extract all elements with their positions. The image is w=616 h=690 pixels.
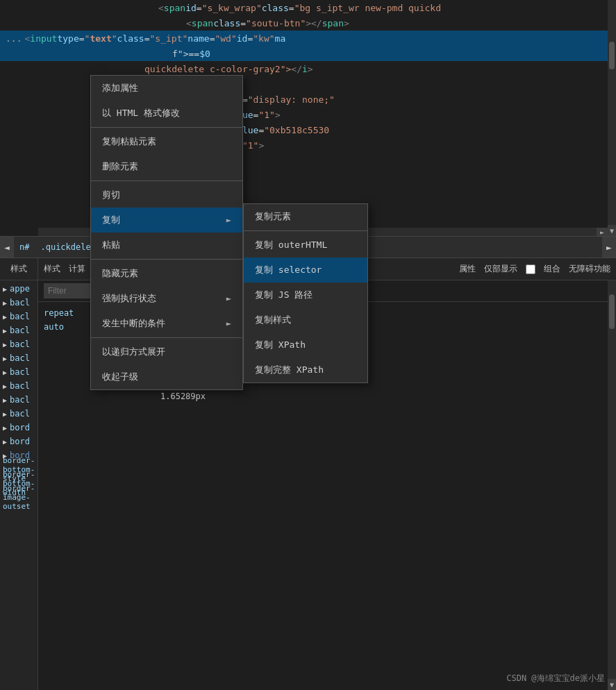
css-prop-border-image-outset[interactable]: border-image-outset <box>0 490 38 504</box>
sub-menu-item-copy-full-xpath[interactable]: 复制完整 XPath <box>244 357 367 382</box>
sub-menu-item-copy-selector-label: 复制 selector <box>255 264 322 276</box>
sub-menu-item-copy-js-path-label: 复制 JS 路径 <box>255 289 313 301</box>
group-checkbox-label: 组合 <box>544 263 560 275</box>
menu-item-cut[interactable]: 剪切 <box>91 183 242 208</box>
separator-2 <box>91 180 242 181</box>
css-prop-bacl-8[interactable]: ▶bacl <box>0 393 38 407</box>
menu-item-paste-label: 粘贴 <box>102 239 120 251</box>
css-prop-bacl-9[interactable]: ▶bacl <box>0 407 38 421</box>
sub-menu-item-copy-outerhtml-label: 复制 outerHTML <box>255 239 327 251</box>
breadcrumb-item-1[interactable]: n# <box>14 236 35 258</box>
separator-3 <box>91 259 242 260</box>
vertical-scrollbar[interactable]: ▼ <box>608 0 616 236</box>
sub-menu-item-copy-selector[interactable]: 复制 selector <box>244 258 367 283</box>
menu-item-edit-html[interactable]: 以 HTML 格式修改 <box>91 101 242 126</box>
breadcrumb-right-arrow[interactable]: ► <box>602 236 616 258</box>
css-val-bb-width: 1.65289px <box>44 389 610 403</box>
menu-item-delete[interactable]: 删除元素 <box>91 154 242 179</box>
menu-item-delete-label: 删除元素 <box>102 160 138 173</box>
break-condition-arrow: ► <box>226 319 231 328</box>
tab-properties[interactable]: 属性 <box>459 263 476 275</box>
sidebar-tab-label: 样式 <box>10 263 27 275</box>
menu-item-add-attr-label: 添加属性 <box>102 82 138 94</box>
sidebar-styles-tab[interactable]: 样式 <box>0 258 38 280</box>
tab-toggle-visibility[interactable]: 仅部显示 <box>484 263 517 275</box>
code-line-5: quickdelete c-color-gray2"> </i> <box>0 61 616 76</box>
tab-accessibility[interactable]: 无障碍功能 <box>569 263 610 275</box>
menu-item-hide-label: 隐藏元素 <box>102 267 138 280</box>
menu-item-collapse-children[interactable]: 收起子级 <box>91 364 242 389</box>
menu-item-add-attr[interactable]: 添加属性 <box>91 76 242 101</box>
sub-menu-item-copy-js-path[interactable]: 复制 JS 路径 <box>244 283 367 308</box>
menu-item-paste[interactable]: 粘贴 <box>91 233 242 258</box>
sub-menu-item-copy-xpath[interactable]: 复制 XPath <box>244 333 367 357</box>
breadcrumb-left-arrow[interactable]: ◄ <box>0 236 14 258</box>
sub-menu-item-copy-element[interactable]: 复制元素 <box>244 204 367 229</box>
tab-computed[interactable]: 计算 <box>69 263 85 275</box>
scroll-thumb[interactable] <box>609 42 615 69</box>
menu-item-collapse-children-label: 收起子级 <box>102 371 138 383</box>
watermark-text: CSDN @海绵宝宝de派小星 <box>506 673 605 683</box>
code-line-2: <span class="soutu-btn"></span> <box>0 15 616 31</box>
right-scrollbar[interactable]: ▼ <box>608 280 616 690</box>
context-menu-overlay: 添加属性 以 HTML 格式修改 复制粘贴元素 删除元素 剪切 复制 ► 粘贴 … <box>90 75 243 390</box>
force-state-arrow: ► <box>226 294 231 303</box>
css-prop-bacl-7[interactable]: ▶bacl <box>0 379 38 393</box>
menu-item-break-condition[interactable]: 发生中断的条件 ► <box>91 311 242 336</box>
css-val-bb-width-value: 1.65289px <box>160 392 206 401</box>
css-prop-bacl-1[interactable]: ▶bacl <box>0 296 38 310</box>
menu-item-force-state-label: 强制执行状态 <box>102 292 156 305</box>
scroll-down-arrow[interactable]: ▼ <box>608 225 616 236</box>
context-menu: 添加属性 以 HTML 格式修改 复制粘贴元素 删除元素 剪切 复制 ► 粘贴 … <box>90 75 243 390</box>
css-prop-bord-2[interactable]: ▶bord <box>0 435 38 448</box>
separator-4 <box>91 337 242 338</box>
sub-menu-item-copy-styles-label: 复制样式 <box>255 314 291 326</box>
menu-item-edit-html-label: 以 HTML 格式修改 <box>102 107 180 119</box>
h-scroll-right-arrow[interactable]: ► <box>597 228 608 236</box>
menu-item-break-condition-label: 发生中断的条件 <box>102 317 165 330</box>
css-prop-appe[interactable]: ▶appe <box>0 282 38 296</box>
tab-styles[interactable]: 样式 <box>44 263 60 275</box>
sub-separator-1 <box>244 230 367 231</box>
css-prop-bacl-6[interactable]: ▶bacl <box>0 365 38 379</box>
sub-context-menu: 复制元素 复制 outerHTML 复制 selector 复制 JS 路径 复… <box>243 203 368 383</box>
css-prop-bord-1[interactable]: ▶bord <box>0 421 38 435</box>
css-prop-list: ▶appe ▶bacl ▶bacl ▶bacl ▶bacl ▶bacl ▶bac… <box>0 280 38 505</box>
watermark: CSDN @海绵宝宝de派小星 <box>506 673 605 684</box>
menu-item-force-state[interactable]: 强制执行状态 ► <box>91 286 242 311</box>
css-prop-bacl-5[interactable]: ▶bacl <box>0 351 38 365</box>
css-prop-bacl-4[interactable]: ▶bacl <box>0 337 38 351</box>
menu-item-copy-paste-label: 复制粘贴元素 <box>102 135 156 148</box>
menu-item-copy-paste[interactable]: 复制粘贴元素 <box>91 129 242 154</box>
menu-item-copy[interactable]: 复制 ► <box>91 208 242 233</box>
sub-menu-item-copy-element-label: 复制元素 <box>255 210 291 223</box>
css-prop-bacl-2[interactable]: ▶bacl <box>0 310 38 323</box>
sub-menu-item-copy-xpath-label: 复制 XPath <box>255 339 306 351</box>
css-prop-bacl-3[interactable]: ▶bacl <box>0 323 38 337</box>
code-line-3: ... <input type="text" class="s_ipt" nam… <box>0 31 616 46</box>
right-scroll-thumb[interactable] <box>609 294 615 329</box>
sub-menu-item-copy-outerhtml[interactable]: 复制 outerHTML <box>244 233 367 258</box>
menu-item-hide[interactable]: 隐藏元素 <box>91 261 242 286</box>
group-checkbox[interactable] <box>526 264 535 274</box>
separator-1 <box>91 127 242 128</box>
left-sidebar: 样式 ▶appe ▶bacl ▶bacl ▶bacl ▶bacl ▶bacl ▶… <box>0 258 38 690</box>
menu-item-cut-label: 剪切 <box>102 189 120 201</box>
sub-menu-item-copy-styles[interactable]: 复制样式 <box>244 308 367 333</box>
menu-item-expand-recursive-label: 以递归方式展开 <box>102 346 165 358</box>
copy-submenu-arrow: ► <box>226 215 231 225</box>
menu-item-expand-recursive[interactable]: 以递归方式展开 <box>91 339 242 364</box>
menu-item-copy-label: 复制 <box>102 214 120 226</box>
sub-menu-item-copy-full-xpath-label: 复制完整 XPath <box>255 364 324 376</box>
right-scroll-down-arrow[interactable]: ▼ <box>608 679 616 690</box>
code-line-4: f"> == $0 <box>0 46 616 61</box>
code-line-1: <span id="s_kw_wrap" class="bg s_ipt_wr … <box>0 0 616 15</box>
